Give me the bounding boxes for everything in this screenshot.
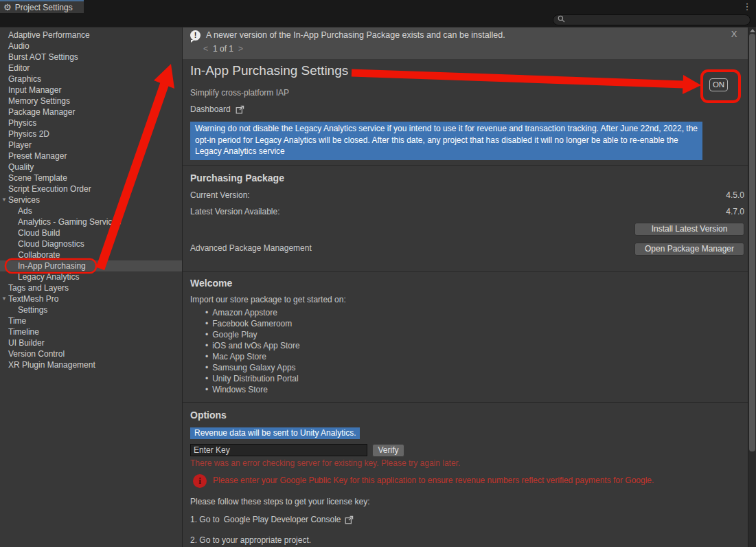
sidebar-item-label: TextMesh Pro: [8, 294, 58, 304]
scrollbar-thumb[interactable]: [749, 34, 755, 451]
search-input[interactable]: [566, 16, 737, 24]
sidebar-item[interactable]: ▼ Collaborate: [0, 249, 182, 260]
sidebar-item[interactable]: ▼ Tags and Layers: [0, 282, 182, 293]
search-icon: [557, 14, 566, 26]
gear-icon: ⚙: [3, 3, 12, 12]
section-divider: [183, 402, 748, 403]
sidebar-item[interactable]: ▼ Graphics: [0, 74, 182, 85]
key-check-error-text: There was an error checking server for e…: [190, 458, 460, 468]
dashboard-link[interactable]: Dashboard: [190, 104, 231, 114]
settings-content-panel: ! A newer version of the In-App Purchasi…: [183, 27, 748, 547]
close-icon[interactable]: X: [729, 29, 739, 40]
latest-version-value: 4.7.0: [726, 207, 744, 216]
sidebar-item-label: Legacy Analytics: [18, 272, 79, 282]
google-key-input[interactable]: [190, 444, 367, 456]
vertical-scrollbar[interactable]: [748, 27, 756, 547]
sidebar-item-label: Services: [8, 195, 40, 205]
foldout-triangle-icon[interactable]: ▼: [1, 194, 7, 205]
pager-next-icon[interactable]: >: [238, 44, 243, 54]
welcome-heading: Welcome: [190, 278, 232, 289]
scroll-up-arrow-icon[interactable]: [750, 29, 755, 32]
sidebar-item[interactable]: ▼ Cloud Diagnostics: [0, 238, 182, 249]
notification-bar: ! A newer version of the In-App Purchasi…: [183, 27, 748, 59]
install-latest-version-button[interactable]: Install Latest Version: [634, 223, 744, 236]
sidebar-item[interactable]: ▼ Audio: [0, 41, 182, 52]
sidebar-item[interactable]: ▼ Scene Template: [0, 172, 182, 183]
welcome-intro: Import our store package to get started …: [190, 295, 346, 304]
sidebar-item-label: Timeline: [8, 327, 39, 337]
sidebar-item-label: Time: [8, 316, 26, 326]
sidebar-item-label: Cloud Diagnostics: [18, 239, 84, 249]
external-link-icon[interactable]: [345, 515, 354, 524]
store-list-item: Google Play: [205, 329, 300, 340]
sidebar-item-label: Quality: [8, 162, 34, 172]
kebab-menu-icon[interactable]: ⋮: [742, 1, 752, 12]
sidebar-item[interactable]: ▼ Timeline: [0, 326, 182, 337]
sidebar-item[interactable]: ▼ Package Manager: [0, 107, 182, 118]
sidebar-item-label: In-App Purchasing: [18, 261, 86, 271]
sidebar-item[interactable]: ▼ Physics: [0, 118, 182, 129]
steps-intro-text: Please follow these steps to get your li…: [190, 497, 369, 506]
page-title: In-App Purchasing Settings: [190, 63, 348, 78]
error-info-icon: i: [193, 474, 207, 488]
sidebar-item-label: Tags and Layers: [8, 283, 69, 293]
external-link-icon[interactable]: [236, 105, 244, 114]
notification-pager: < 1 of 1 >: [203, 44, 243, 54]
sidebar-item[interactable]: ▼ Physics 2D: [0, 129, 182, 139]
sidebar-item[interactable]: ▼ Player: [0, 139, 182, 150]
sidebar-item[interactable]: ▼ Settings: [0, 304, 182, 315]
sidebar-item[interactable]: ▼ Legacy Analytics: [0, 271, 182, 282]
sidebar-item-label: Preset Manager: [8, 151, 67, 161]
pager-text: 1 of 1: [213, 44, 233, 54]
legacy-analytics-warning: Warning do not disable the Legacy Analyt…: [190, 122, 702, 160]
sidebar-item[interactable]: ▼ Services: [0, 194, 182, 205]
tab-title: Project Settings: [15, 3, 73, 12]
store-list: Amazon AppstoreFacebook GameroomGoogle P…: [205, 307, 300, 395]
sidebar-item[interactable]: ▼ Script Execution Order: [0, 183, 182, 194]
sidebar-item[interactable]: ▼ UI Builder: [0, 337, 182, 348]
sidebar-item-label: Analytics - Gaming Services: [18, 217, 121, 227]
google-key-note-text: Please enter your Google Public Key for …: [213, 476, 654, 485]
sidebar-item-label: Physics: [8, 118, 36, 128]
console-warning-icon: !: [190, 30, 201, 41]
pager-prev-icon[interactable]: <: [203, 44, 208, 54]
sidebar-item[interactable]: ▼ Quality: [0, 161, 182, 172]
sidebar-item-label: Memory Settings: [8, 96, 70, 106]
sidebar-item[interactable]: ▼ Time: [0, 315, 182, 326]
search-box[interactable]: [553, 14, 751, 25]
sidebar-item[interactable]: ▼ XR Plugin Management: [0, 359, 182, 370]
current-version-label: Current Version:: [190, 190, 250, 200]
sidebar-item[interactable]: ▼ TextMesh Pro: [0, 293, 182, 304]
sidebar-item[interactable]: ▼ Adaptive Performance: [0, 30, 182, 41]
google-play-console-link[interactable]: Google Play Developer Console: [224, 515, 341, 524]
sidebar-item-label: Physics 2D: [8, 129, 49, 139]
sidebar-item[interactable]: ▼ Analytics - Gaming Services: [0, 216, 182, 227]
store-list-item: Unity Distribution Portal: [205, 373, 300, 384]
sidebar-item-label: Burst AOT Settings: [8, 52, 78, 62]
step2-text: 2. Go to your appropriate project.: [190, 535, 311, 545]
sidebar-item[interactable]: ▼ Editor: [0, 63, 182, 74]
verify-button[interactable]: Verify: [372, 444, 404, 457]
sidebar-item-label: UI Builder: [8, 338, 45, 348]
sidebar-item-label: XR Plugin Management: [8, 360, 95, 370]
sidebar-item[interactable]: ▼ Preset Manager: [0, 150, 182, 161]
sidebar-item[interactable]: ▼ Input Manager: [0, 85, 182, 96]
sidebar-item-label: Settings: [18, 305, 47, 315]
sidebar-item-label: Package Manager: [8, 107, 75, 117]
sidebar-item[interactable]: ▼ Memory Settings: [0, 96, 182, 107]
sidebar-item-label: Scene Template: [8, 173, 67, 183]
sidebar-item[interactable]: ▼ Ads: [0, 205, 182, 216]
store-list-item: Windows Store: [205, 384, 300, 395]
open-package-manager-button[interactable]: Open Package Manager: [634, 243, 744, 256]
foldout-triangle-icon[interactable]: ▼: [1, 293, 7, 304]
sidebar-item-label: Cloud Build: [18, 228, 60, 238]
sidebar-item[interactable]: ▼ In-App Purchasing: [0, 260, 182, 271]
sidebar-item[interactable]: ▼ Version Control: [0, 348, 182, 359]
tab-project-settings[interactable]: ⚙ Project Settings: [0, 0, 84, 13]
sidebar-item[interactable]: ▼ Burst AOT Settings: [0, 52, 182, 63]
step1-prefix: 1. Go to: [190, 515, 220, 524]
sidebar-item-label: Ads: [18, 206, 32, 216]
on-toggle-button[interactable]: ON: [709, 78, 728, 91]
sidebar-item[interactable]: ▼ Cloud Build: [0, 227, 182, 238]
advanced-package-management-label: Advanced Package Management: [190, 243, 312, 253]
